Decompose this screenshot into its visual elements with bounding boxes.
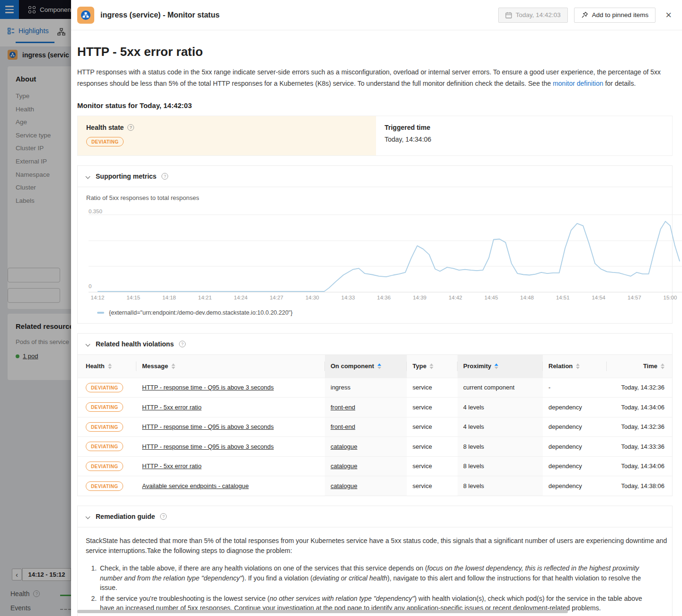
supporting-metrics-help-icon[interactable]: ?	[162, 173, 168, 180]
related-health-violations-title: Related health violations	[96, 340, 174, 348]
chart-legend[interactable]: {externalId="urn:endpoint:/demo-dev.demo…	[97, 309, 672, 316]
col-on-component[interactable]: On component	[325, 355, 407, 378]
x-axis-tick: 14:48	[520, 295, 534, 300]
proximity-cell: 8 levels	[458, 456, 543, 476]
proximity-cell: 8 levels	[458, 437, 543, 457]
violation-message-link[interactable]: HTTP - response time - Q95 is above 3 se…	[142, 423, 274, 430]
calendar-icon	[505, 12, 512, 18]
col-message[interactable]: Message	[136, 355, 325, 378]
deviating-badge: DEVIATING	[86, 137, 124, 146]
x-axis-tick: 14:24	[234, 295, 248, 300]
x-axis-tick: 14:33	[341, 295, 355, 300]
chevron-down-icon	[86, 174, 90, 179]
time-cell: Today, 14:34:06	[607, 398, 672, 417]
supporting-metrics-header[interactable]: Supporting metrics ?	[78, 166, 672, 187]
legend-swatch	[97, 312, 104, 314]
monitor-status-heading: Monitor status for Today, 14:42:03	[77, 101, 673, 109]
chevron-down-icon	[86, 514, 90, 519]
related-health-violations-header[interactable]: Related health violations ?	[78, 334, 672, 355]
col-time[interactable]: Time	[607, 355, 672, 378]
table-row: DEVIATING Available service endpoints - …	[78, 476, 672, 496]
x-axis-tick: 14:21	[198, 295, 212, 300]
health-state-label: Health state	[86, 124, 124, 131]
col-proximity[interactable]: Proximity	[458, 355, 543, 378]
monitor-status-modal: ingress (service) - Monitor status Today…	[71, 0, 682, 616]
type-cell: service	[407, 398, 458, 417]
x-axis-tick: 14:36	[377, 295, 391, 300]
col-type[interactable]: Type	[407, 355, 458, 378]
triggered-time-label: Triggered time	[385, 124, 430, 131]
status-badge: DEVIATING	[86, 442, 123, 451]
remediation-guide-header[interactable]: Remediation guide ?	[78, 506, 672, 527]
violations-help-icon[interactable]: ?	[179, 341, 186, 347]
violation-message-link[interactable]: HTTP - 5xx error ratio	[142, 404, 201, 411]
sort-icons-active	[494, 363, 498, 369]
proximity-cell: 4 levels	[458, 417, 543, 437]
page-title: HTTP - 5xx error ratio	[77, 45, 673, 59]
remediation-intro: StackState has detected that more than 5…	[86, 536, 671, 555]
service-icon	[77, 7, 94, 24]
add-to-pinned-items-button[interactable]: Add to pinned items	[574, 8, 655, 23]
type-cell: service	[407, 378, 458, 398]
component-link[interactable]: catalogue	[331, 462, 357, 470]
health-state-box: Health state ? DEVIATING Triggered time …	[77, 116, 673, 156]
component-link[interactable]: front-end	[331, 423, 355, 430]
relation-cell: dependency	[543, 437, 607, 457]
table-row: DEVIATING HTTP - 5xx error ratio catalog…	[78, 456, 672, 476]
violation-message-link[interactable]: HTTP - response time - Q95 is above 3 se…	[142, 443, 274, 450]
proximity-cell: 8 levels	[458, 476, 543, 496]
time-cell: Today, 14:34:06	[607, 456, 672, 476]
table-row: DEVIATING HTTP - 5xx error ratio front-e…	[78, 398, 672, 417]
component-name: ingress	[331, 384, 350, 391]
date-picker-button[interactable]: Today, 14:42:03	[498, 8, 568, 23]
type-cell: service	[407, 417, 458, 437]
x-axis-tick: 14:18	[162, 295, 176, 300]
x-axis-tick: 14:54	[592, 295, 605, 300]
pin-icon	[581, 11, 588, 18]
x-axis-tick: 14:57	[628, 295, 641, 300]
proximity-cell: 4 levels	[458, 398, 543, 417]
col-relation[interactable]: Relation	[543, 355, 607, 378]
monitor-definition-link[interactable]: monitor definition	[553, 80, 603, 87]
component-link[interactable]: catalogue	[331, 482, 357, 489]
component-link[interactable]: front-end	[331, 404, 355, 411]
violation-message-link[interactable]: HTTP - 5xx error ratio	[142, 462, 201, 470]
remediation-help-icon[interactable]: ?	[160, 513, 167, 520]
component-link[interactable]: catalogue	[331, 443, 357, 450]
x-axis-tick: 14:42	[449, 295, 462, 300]
violation-message-link[interactable]: Available service endpoints - catalogue	[142, 482, 249, 489]
legend-label: {externalId="urn:endpoint:/demo-dev.demo…	[109, 309, 293, 316]
remediation-guide-title: Remediation guide	[96, 513, 155, 520]
horizontal-scrollbar-thumb[interactable]	[77, 610, 568, 613]
relation-cell: dependency	[543, 476, 607, 496]
col-health[interactable]: Health	[78, 355, 136, 378]
modal-body: HTTP - 5xx error ratio HTTP responses wi…	[71, 30, 682, 616]
date-picker-label: Today, 14:42:03	[516, 11, 561, 18]
sort-icons	[661, 363, 664, 369]
triggered-time-value: Today, 14:34:06	[385, 136, 664, 143]
violation-message-link[interactable]: HTTP - response time - Q95 is above 3 se…	[142, 384, 274, 391]
time-cell: Today, 14:32:36	[607, 378, 672, 398]
line-chart-plot[interactable]: 0.350 0	[89, 208, 682, 292]
health-state-cell: Health state ? DEVIATING	[78, 116, 376, 155]
sort-icons	[108, 363, 112, 369]
supporting-metrics-title: Supporting metrics	[96, 172, 156, 180]
x-axis-tick: 14:45	[485, 295, 498, 300]
remediation-guide-body: StackState has detected that more than 5…	[78, 527, 672, 616]
add-to-pinned-items-label: Add to pinned items	[592, 11, 648, 18]
health-state-help-icon[interactable]: ?	[127, 124, 134, 131]
type-cell: service	[407, 456, 458, 476]
time-cell: Today, 14:33:36	[607, 437, 672, 457]
remediation-steps: Check, in the table above, if there are …	[86, 563, 658, 613]
table-row: DEVIATING HTTP - response time - Q95 is …	[78, 417, 672, 437]
relation-cell: dependency	[543, 456, 607, 476]
x-axis-tick: 14:51	[556, 295, 570, 300]
status-badge: DEVIATING	[86, 481, 123, 491]
table-row: DEVIATING HTTP - response time - Q95 is …	[78, 378, 672, 398]
time-cell: Today, 14:32:36	[607, 417, 672, 437]
chevron-down-icon	[86, 342, 90, 346]
close-icon[interactable]: ×	[665, 10, 672, 20]
monitor-description: HTTP responses with a status code in the…	[77, 67, 670, 89]
relation-cell: -	[543, 378, 607, 398]
modal-title: ingress (service) - Monitor status	[100, 11, 492, 19]
